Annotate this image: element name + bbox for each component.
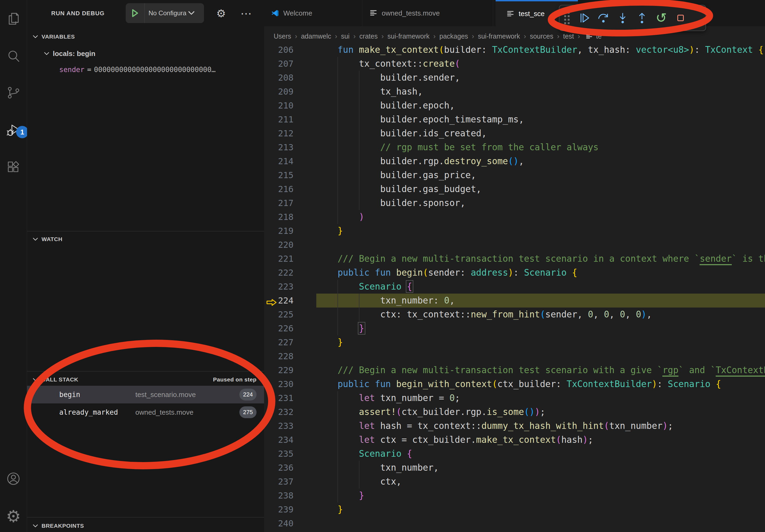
line-number[interactable]: 235 — [264, 447, 294, 461]
step-over-button[interactable] — [594, 5, 613, 31]
frame-line-badge: 275 — [239, 406, 257, 418]
move-file-icon — [506, 10, 514, 18]
line-number[interactable]: 222 — [264, 266, 294, 280]
line-number[interactable]: 209 — [264, 85, 294, 99]
line-number[interactable]: 216 — [264, 182, 294, 196]
watch-header[interactable]: WATCH — [27, 232, 264, 246]
breadcrumb-separator-icon: › — [295, 32, 297, 40]
breadcrumb-item[interactable]: sui-framework — [478, 32, 520, 40]
code-line: 221 /// Begin a new multi-transaction te… — [264, 252, 765, 266]
breadcrumb-item[interactable]: Users — [274, 32, 291, 40]
frame-file: test_scenario.move — [135, 391, 196, 399]
line-number[interactable]: 220 — [264, 238, 294, 252]
breadcrumb-separator-icon: › — [335, 32, 338, 40]
line-number[interactable]: 239 — [264, 502, 294, 516]
call-stack-frame[interactable]: already_marked owned_tests.move 275 — [27, 403, 264, 421]
continue-button[interactable] — [574, 5, 594, 31]
settings-gear-icon[interactable]: ⚙ — [0, 502, 27, 530]
line-number[interactable]: 237 — [264, 475, 294, 489]
line-number[interactable]: 218 — [264, 210, 294, 224]
line-number[interactable]: 206 — [264, 46, 294, 57]
breadcrumb-item[interactable]: sui-framework — [387, 32, 430, 40]
code-line: 211 builder.epoch_timestamp_ms, — [264, 113, 765, 127]
line-number[interactable]: 231 — [264, 391, 294, 405]
line-number[interactable]: 207 — [264, 57, 294, 71]
code-line: 228 — [264, 349, 765, 363]
variables-scope-row[interactable]: locals: begin — [27, 46, 264, 61]
line-number[interactable]: 214 — [264, 154, 294, 168]
account-icon[interactable] — [0, 465, 27, 493]
launch-config-dropdown[interactable]: No Configura — [126, 3, 204, 23]
line-number[interactable]: 212 — [264, 127, 294, 140]
breakpoints-header[interactable]: BREAKPOINTS — [27, 519, 264, 532]
step-out-button[interactable] — [632, 5, 652, 31]
line-number[interactable]: 241 — [264, 530, 294, 532]
step-into-button[interactable] — [613, 5, 632, 31]
stop-button[interactable] — [671, 5, 690, 31]
search-icon[interactable] — [0, 42, 27, 70]
run-and-debug-icon[interactable]: 1 — [0, 116, 27, 144]
code-line: 241 /// Creates and shares system object… — [264, 530, 765, 532]
editor-group-gap — [493, 0, 495, 26]
section-divider — [27, 231, 264, 231]
frame-file: owned_tests.move — [135, 408, 194, 416]
line-number[interactable]: 215 — [264, 168, 294, 182]
indent-guide — [359, 461, 360, 489]
line-number[interactable]: 210 — [264, 99, 294, 113]
code-editor[interactable]: 206 fun make_tx_context(builder: TxConte… — [264, 46, 765, 532]
breadcrumb-item[interactable]: sources — [530, 32, 553, 40]
line-number[interactable]: 232 — [264, 405, 294, 419]
source-control-icon[interactable] — [0, 79, 27, 107]
drag-handle-icon[interactable] — [559, 12, 574, 24]
breadcrumb-separator-icon: › — [353, 32, 356, 40]
frame-line-badge: 224 — [239, 389, 257, 400]
line-number[interactable]: 227 — [264, 335, 294, 349]
line-number[interactable]: 225 — [264, 308, 294, 322]
tab-owned-tests[interactable]: owned_tests.move — [363, 0, 493, 26]
line-number[interactable]: 228 — [264, 349, 294, 363]
line-number[interactable]: 240 — [264, 516, 294, 530]
line-number[interactable]: 234 — [264, 433, 294, 447]
line-number[interactable]: 208 — [264, 71, 294, 85]
indent-guide — [338, 280, 338, 335]
section-divider — [27, 371, 264, 372]
more-actions-icon[interactable]: ⋯ — [241, 0, 252, 27]
line-number[interactable]: 226 — [264, 322, 294, 335]
line-number[interactable]: 213 — [264, 140, 294, 154]
variables-header[interactable]: VARIABLES — [27, 30, 264, 43]
indent-guide — [338, 391, 338, 502]
breadcrumb-item[interactable]: packages — [439, 32, 468, 40]
code-line: 215 builder.gas_price, — [264, 168, 765, 182]
indent-guide — [359, 294, 360, 322]
line-number[interactable]: 238 — [264, 489, 294, 502]
code-line: 236 txn_number, — [264, 461, 765, 475]
breadcrumb-item[interactable]: sui — [341, 32, 350, 40]
line-number[interactable]: 223 — [264, 280, 294, 294]
line-number[interactable]: 221 — [264, 252, 294, 266]
start-debug-button[interactable] — [126, 3, 145, 23]
code-line: 226 } — [264, 322, 765, 335]
debug-settings-gear-icon[interactable]: ⚙ — [216, 0, 226, 27]
breadcrumb-item[interactable]: test — [563, 32, 574, 40]
breadcrumb-item[interactable]: adamwelc — [301, 32, 331, 40]
variable-row[interactable]: sender = 0000000000000000000000000000… — [27, 62, 264, 77]
code-line: 230 public fun begin_with_context(ctx_bu… — [264, 377, 765, 391]
code-line: 224 txn_number: 0, — [264, 294, 765, 308]
code-line: 206 fun make_tx_context(builder: TxConte… — [264, 46, 765, 57]
breadcrumb-file[interactable]: te — [596, 32, 602, 40]
indent-guide — [338, 57, 338, 224]
line-number[interactable]: 230 — [264, 377, 294, 391]
line-number[interactable]: 236 — [264, 461, 294, 475]
extensions-icon[interactable] — [0, 153, 27, 181]
line-number[interactable]: 229 — [264, 363, 294, 377]
line-number[interactable]: 211 — [264, 113, 294, 127]
explorer-icon[interactable] — [0, 5, 27, 33]
restart-button[interactable]: ↺ — [652, 5, 671, 31]
tab-welcome[interactable]: Welcome — [264, 0, 363, 26]
call-stack-header[interactable]: CALL STACK Paused on step — [27, 373, 264, 386]
breadcrumb-item[interactable]: crates — [360, 32, 378, 40]
call-stack-frame[interactable]: begin test_scenario.move 224 — [27, 386, 264, 403]
line-number[interactable]: 217 — [264, 196, 294, 210]
line-number[interactable]: 219 — [264, 224, 294, 238]
line-number[interactable]: 233 — [264, 419, 294, 433]
